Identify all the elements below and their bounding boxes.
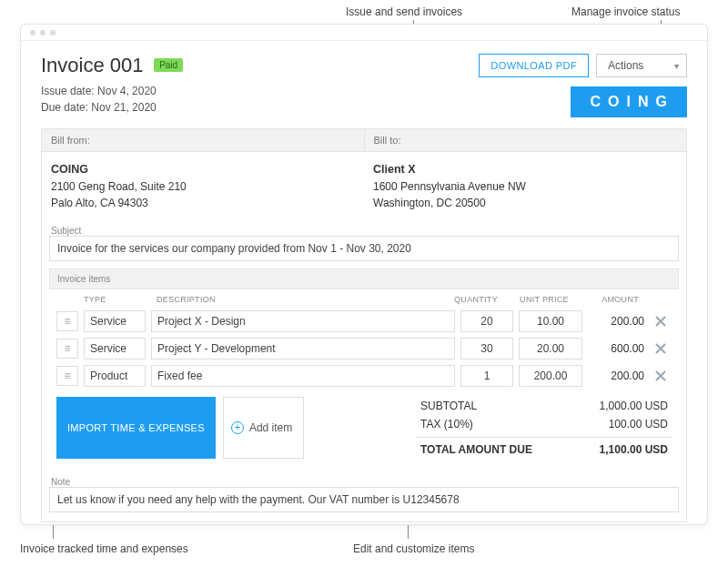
subject-input[interactable] xyxy=(49,236,679,261)
drag-handle-icon[interactable]: ≡ xyxy=(56,311,78,331)
invoice-items-label: Invoice items xyxy=(49,268,679,289)
brand-logo: COING xyxy=(571,86,687,117)
invoice-item-row: ≡200.00 xyxy=(49,362,679,390)
col-unit-price: UNIT PRICE xyxy=(508,295,581,304)
note-label: Note xyxy=(42,473,686,487)
drag-handle-icon[interactable]: ≡ xyxy=(56,339,78,359)
bill-to-name: Client X xyxy=(373,163,416,176)
item-unit-price-input[interactable] xyxy=(519,338,582,359)
item-description-input[interactable] xyxy=(151,365,455,387)
col-amount: AMOUNT xyxy=(581,295,644,304)
delete-item-button[interactable] xyxy=(650,311,672,331)
window-control-dot xyxy=(50,30,56,35)
item-unit-price-input[interactable] xyxy=(519,310,582,332)
item-description-input[interactable] xyxy=(151,310,455,332)
annotation-tracked-time: Invoice tracked time and expenses xyxy=(20,542,188,555)
item-amount: 200.00 xyxy=(588,370,644,382)
item-type-input[interactable] xyxy=(84,310,146,332)
item-type-input[interactable] xyxy=(84,365,146,387)
annotation-edit-items: Edit and customize items xyxy=(353,542,474,555)
bill-to-address: Client X 1600 Pennsylvania Avenue NW Was… xyxy=(364,152,686,222)
item-quantity-input[interactable] xyxy=(460,365,513,387)
item-unit-price-input[interactable] xyxy=(519,365,582,387)
actions-dropdown[interactable]: Actions xyxy=(596,54,687,77)
download-pdf-button[interactable]: DOWNLOAD PDF xyxy=(479,54,589,77)
delete-item-button[interactable] xyxy=(650,339,672,359)
item-amount: 600.00 xyxy=(588,342,644,355)
item-quantity-input[interactable] xyxy=(460,310,513,332)
bill-from-line2: Palo Alto, CA 94303 xyxy=(51,197,148,209)
subtotal-value: 1,000.00 USD xyxy=(600,400,668,412)
item-quantity-input[interactable] xyxy=(460,338,513,359)
bill-from-label: Bill from: xyxy=(42,129,364,151)
total-label: TOTAL AMOUNT DUE xyxy=(420,443,532,456)
totals-block: SUBTOTAL 1,000.00 USD TAX (10%) 100.00 U… xyxy=(417,397,672,459)
add-item-label: Add item xyxy=(249,421,292,434)
bill-to-line1: 1600 Pennsylvania Avenue NW xyxy=(373,180,526,193)
col-description: DESCRIPTION xyxy=(157,295,444,304)
subtotal-label: SUBTOTAL xyxy=(420,400,477,412)
delete-item-button[interactable] xyxy=(650,366,672,386)
bill-from-address: COING 2100 Geng Road, Suite 210 Palo Alt… xyxy=(42,152,364,222)
col-quantity: QUANTITY xyxy=(444,295,508,304)
annotation-issue-send: Issue and send invoices xyxy=(346,5,462,18)
invoice-item-row: ≡200.00 xyxy=(49,308,679,335)
window-control-dot xyxy=(30,30,35,35)
due-date: Due date: Nov 21, 2020 xyxy=(41,99,183,116)
item-amount: 200.00 xyxy=(588,315,644,328)
item-description-input[interactable] xyxy=(151,338,455,359)
tax-label: TAX (10%) xyxy=(420,418,473,430)
status-badge: Paid xyxy=(154,58,183,72)
import-time-expenses-button[interactable]: IMPORT TIME & EXPENSES xyxy=(56,397,216,459)
invoice-body: Bill from: Bill to: COING 2100 Geng Road… xyxy=(41,128,687,522)
tax-value: 100.00 USD xyxy=(609,418,668,430)
bill-to-label: Bill to: xyxy=(364,129,687,151)
annotation-manage-status: Manage invoice status xyxy=(571,5,680,18)
issue-date: Issue date: Nov 4, 2020 xyxy=(41,83,183,99)
plus-icon: + xyxy=(231,421,244,434)
bill-from-name: COING xyxy=(51,163,88,176)
invoice-title: Invoice 001 xyxy=(41,54,144,77)
item-type-input[interactable] xyxy=(84,338,146,359)
subject-label: Subject xyxy=(42,222,686,236)
app-window: Invoice 001 Paid Issue date: Nov 4, 2020… xyxy=(20,24,708,525)
bill-to-line2: Washington, DC 20500 xyxy=(373,197,486,209)
drag-handle-icon[interactable]: ≡ xyxy=(56,366,78,386)
close-icon xyxy=(655,316,666,327)
close-icon xyxy=(655,343,666,354)
add-item-button[interactable]: + Add item xyxy=(223,397,304,459)
bill-from-line1: 2100 Geng Road, Suite 210 xyxy=(51,180,187,193)
total-value: 1,100.00 USD xyxy=(600,443,668,456)
close-icon xyxy=(655,370,666,381)
note-input[interactable] xyxy=(49,487,679,512)
col-type: TYPE xyxy=(84,295,157,304)
window-titlebar xyxy=(21,25,707,41)
window-control-dot xyxy=(40,30,46,35)
invoice-item-row: ≡600.00 xyxy=(49,335,679,362)
